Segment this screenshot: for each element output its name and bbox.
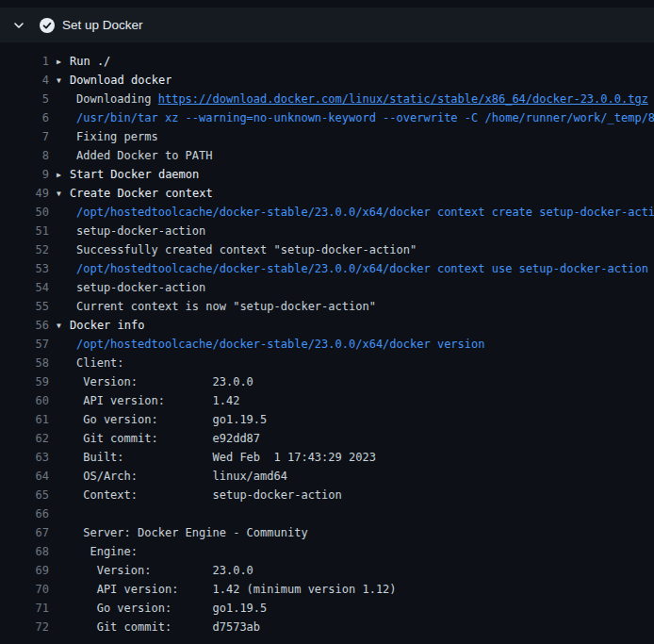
- group-collapsed-triangle-icon[interactable]: ▶: [57, 53, 70, 72]
- line-number[interactable]: 54: [0, 278, 49, 297]
- line-number[interactable]: 52: [0, 240, 49, 259]
- log-row: 54setup-docker-action: [0, 278, 654, 297]
- log-row: 71 Go version: go1.19.5: [0, 599, 654, 618]
- log-text: Download docker: [70, 74, 172, 87]
- log-line-content: setup-docker-action: [49, 278, 205, 297]
- line-number[interactable]: 69: [0, 561, 49, 580]
- log-line-content: /opt/hostedtoolcache/docker-stable/23.0.…: [49, 335, 484, 354]
- log-line-content: ▼Docker info: [49, 316, 144, 335]
- log-line-content: Current context is now "setup-docker-act…: [49, 297, 376, 316]
- log-text: Context: setup-docker-action: [76, 488, 342, 502]
- line-number[interactable]: 59: [0, 372, 49, 391]
- log-text: OS/Arch: linux/amd64: [76, 470, 287, 483]
- log-line-content: Successfully created context "setup-dock…: [49, 240, 417, 259]
- group-expanded-triangle-icon[interactable]: ▼: [57, 185, 70, 204]
- log-row: 50/opt/hostedtoolcache/docker-stable/23.…: [0, 203, 654, 222]
- line-number[interactable]: 71: [0, 599, 49, 618]
- log-line-content: /opt/hostedtoolcache/docker-stable/23.0.…: [49, 203, 654, 222]
- log-text: Engine:: [76, 545, 138, 558]
- line-number[interactable]: 8: [0, 146, 49, 165]
- line-number[interactable]: 51: [0, 222, 49, 240]
- group-expanded-triangle-icon[interactable]: ▼: [57, 72, 70, 91]
- line-number[interactable]: 5: [0, 90, 49, 108]
- step-title: Set up Docker: [62, 18, 143, 32]
- log-line-content: Built: Wed Feb 1 17:43:29 2023: [49, 448, 376, 467]
- log-row: 64 OS/Arch: linux/amd64: [0, 467, 654, 486]
- group-expanded-triangle-icon[interactable]: ▼: [57, 317, 70, 336]
- log-text: Client:: [76, 356, 124, 370]
- log-row: 66: [0, 504, 654, 523]
- group-collapsed-triangle-icon[interactable]: ▶: [57, 166, 70, 185]
- line-number[interactable]: 67: [0, 523, 49, 542]
- log-text: setup-docker-action: [76, 224, 205, 238]
- log-group-row[interactable]: 49▼Create Docker context: [0, 184, 654, 203]
- log-line-content: API version: 1.42 (minimum version 1.12): [49, 580, 397, 599]
- line-number[interactable]: 7: [0, 127, 49, 146]
- line-number[interactable]: 63: [0, 448, 49, 467]
- line-number[interactable]: 49: [0, 184, 49, 203]
- log-row: 65 Context: setup-docker-action: [0, 486, 654, 504]
- line-number[interactable]: 6: [0, 108, 49, 127]
- log-line-content: Server: Docker Engine - Community: [49, 523, 308, 542]
- line-number[interactable]: 50: [0, 203, 49, 222]
- log-group-row[interactable]: 9▶Start Docker daemon: [0, 165, 654, 184]
- line-number[interactable]: 55: [0, 297, 49, 316]
- step-header[interactable]: Set up Docker: [0, 8, 654, 42]
- line-number[interactable]: 60: [0, 391, 49, 410]
- line-number[interactable]: 58: [0, 354, 49, 372]
- log-text: Downloading: [76, 92, 158, 106]
- log-text: Docker info: [70, 319, 144, 332]
- check-circle-icon: [40, 18, 55, 33]
- log-lines: 1▶Run ./4▼Download docker5Downloading ht…: [0, 42, 654, 636]
- line-number[interactable]: 56: [0, 316, 49, 335]
- log-row: 72 Git commit: d7573ab: [0, 618, 654, 636]
- log-row: 70 API version: 1.42 (minimum version 1.…: [0, 580, 654, 599]
- log-text: Git commit: e92dd87: [76, 432, 260, 445]
- log-text: Current context is now "setup-docker-act…: [76, 300, 376, 313]
- line-number[interactable]: 64: [0, 467, 49, 486]
- log-group-row[interactable]: 1▶Run ./: [0, 52, 654, 71]
- line-number[interactable]: 1: [0, 52, 49, 71]
- log-line-content: Engine:: [49, 542, 138, 561]
- log-row: 5Downloading https://download.docker.com…: [0, 90, 654, 108]
- log-text: Go version: go1.19.5: [76, 413, 267, 426]
- log-command: /usr/bin/tar xz --warning=no-unknown-key…: [76, 111, 654, 124]
- log-text: API version: 1.42: [76, 394, 239, 407]
- log-line-content: ▶Start Docker daemon: [49, 165, 199, 184]
- log-text: Git commit: d7573ab: [76, 620, 260, 634]
- line-number[interactable]: 72: [0, 618, 49, 636]
- log-group-row[interactable]: 4▼Download docker: [0, 71, 654, 90]
- log-line-content: Context: setup-docker-action: [49, 486, 342, 504]
- log-row: 6/usr/bin/tar xz --warning=no-unknown-ke…: [0, 108, 654, 127]
- log-line-content: /opt/hostedtoolcache/docker-stable/23.0.…: [49, 259, 648, 278]
- line-number[interactable]: 65: [0, 486, 49, 504]
- line-number[interactable]: 9: [0, 165, 49, 184]
- line-number[interactable]: 66: [0, 504, 49, 523]
- log-line-content: Go version: go1.19.5: [49, 599, 267, 618]
- line-number[interactable]: 53: [0, 259, 49, 278]
- log-text: Run ./: [70, 55, 110, 68]
- line-number[interactable]: 62: [0, 429, 49, 448]
- log-line-content: setup-docker-action: [49, 222, 205, 240]
- line-number[interactable]: 57: [0, 335, 49, 354]
- log-line-content: /usr/bin/tar xz --warning=no-unknown-key…: [49, 108, 654, 127]
- log-row: 7Fixing perms: [0, 127, 654, 146]
- log-text: Go version: go1.19.5: [76, 602, 267, 615]
- log-row: 57/opt/hostedtoolcache/docker-stable/23.…: [0, 335, 654, 354]
- log-line-content: ▼Download docker: [49, 71, 172, 90]
- log-command: /opt/hostedtoolcache/docker-stable/23.0.…: [76, 338, 484, 351]
- log-text: Server: Docker Engine - Community: [76, 526, 308, 539]
- log-line-content: ▼Create Docker context: [49, 184, 213, 203]
- log-row: 62 Git commit: e92dd87: [0, 429, 654, 448]
- line-number[interactable]: 70: [0, 580, 49, 599]
- line-number[interactable]: 68: [0, 542, 49, 561]
- collapse-chevron-icon[interactable]: [13, 20, 25, 31]
- log-group-row[interactable]: 56▼Docker info: [0, 316, 654, 335]
- log-line-content: OS/Arch: linux/amd64: [49, 467, 287, 486]
- log-link[interactable]: https://download.docker.com/linux/static…: [158, 92, 648, 106]
- line-number[interactable]: 4: [0, 71, 49, 90]
- log-row: 8Added Docker to PATH: [0, 146, 654, 165]
- log-text: Version: 23.0.0: [76, 564, 253, 577]
- line-number[interactable]: 61: [0, 410, 49, 429]
- log-line-content: API version: 1.42: [49, 391, 239, 410]
